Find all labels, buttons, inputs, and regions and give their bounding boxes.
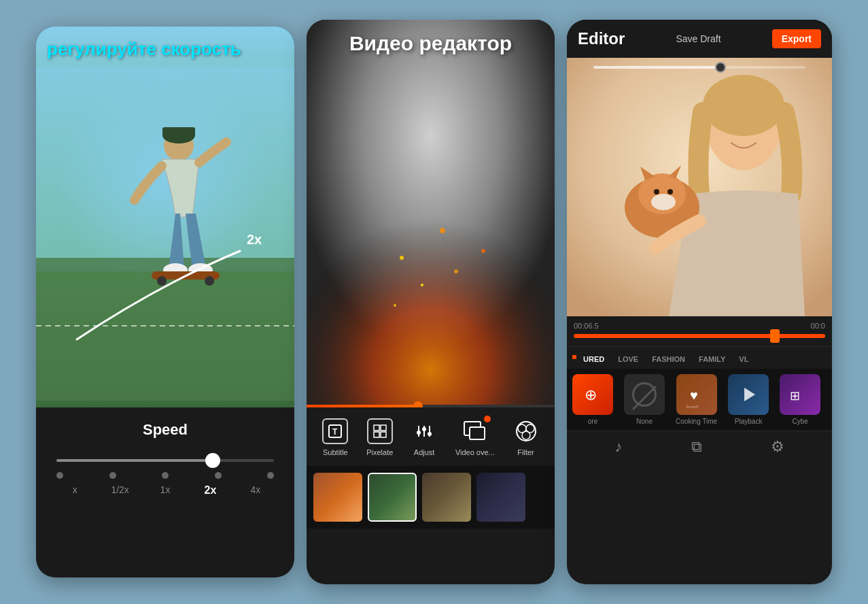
speed-dot-1 [109, 472, 116, 479]
svg-rect-26 [381, 432, 386, 437]
preview-slider-thumb[interactable] [715, 62, 726, 73]
speed-label-1x[interactable]: 1x [143, 484, 188, 497]
speed-screen-top: 2x регулируйте скорость [36, 27, 294, 407]
svg-text:2x: 2x [247, 232, 262, 247]
filter-icon [513, 418, 539, 444]
effect-playback[interactable]: Playback [723, 374, 774, 425]
export-button[interactable]: Export [772, 29, 821, 48]
filter-label: Filter [517, 448, 534, 456]
speed-dot-0 [56, 472, 63, 479]
subtitle-icon: T [322, 418, 348, 444]
category-love[interactable]: LOVE [611, 352, 645, 366]
svg-point-32 [428, 432, 432, 436]
tool-filter[interactable]: Filter [513, 418, 539, 456]
svg-point-19 [394, 304, 396, 307]
svg-point-15 [400, 256, 404, 260]
effect-cyber-img: ⊞ [780, 374, 820, 415]
speed-dot-markers [50, 472, 281, 479]
svg-point-18 [454, 269, 458, 273]
thumbnail-2-active[interactable] [368, 473, 417, 522]
video-editor-title: Видео редактор [307, 32, 555, 55]
speed-label-x[interactable]: x [52, 484, 97, 497]
girl-effect-svg [307, 20, 555, 407]
effect-cyber-label: Cybe [792, 418, 808, 425]
music-icon[interactable]: ♪ [615, 438, 623, 456]
timeline-area: 00:06.5 00:0 [567, 316, 832, 346]
effect-cooking-img: ♥load [676, 374, 717, 415]
effect-none-label: None [636, 418, 653, 425]
editor-header-title: Editor [578, 29, 625, 48]
svg-point-31 [422, 427, 426, 431]
svg-rect-23 [374, 425, 379, 431]
phone-video-editor: Видео редактор T Subtitle [307, 20, 555, 584]
category-vl[interactable]: VL [732, 352, 755, 366]
speed-label-half[interactable]: 1/2x [97, 484, 142, 497]
layers-icon[interactable]: ⧉ [691, 438, 702, 456]
speed-slider-thumb[interactable] [205, 453, 220, 468]
svg-point-47 [667, 189, 673, 195]
thumbnail-1[interactable] [313, 473, 362, 522]
tool-adjust[interactable]: Adjust [411, 418, 437, 456]
tool-pixelate[interactable]: Pixelate [366, 418, 393, 456]
effect-cooking-time[interactable]: ♥load Cooking Time [670, 374, 723, 425]
svg-rect-5 [162, 127, 195, 137]
effect-cyber[interactable]: ⊞ Cybe [774, 374, 826, 425]
speed-title-text: регулируйте скорость [36, 39, 294, 60]
effect-cooking-label: Cooking Time [676, 418, 717, 425]
adjust-icon [411, 418, 437, 444]
category-fashion[interactable]: FASHION [645, 352, 692, 366]
speed-labels-row: x 1/2x 1x 2x 4x [50, 484, 281, 497]
skater-svg: 2x [36, 67, 294, 401]
phone-speed: 2x регулируйте скорость Speed [36, 27, 294, 577]
svg-rect-24 [381, 425, 386, 431]
subtitle-label: Subtitle [323, 448, 348, 456]
speed-label-4x[interactable]: 4x [233, 484, 278, 497]
progress-thumb[interactable] [413, 401, 423, 407]
speed-slider-track[interactable] [56, 459, 274, 462]
time-start: 00:06.5 [574, 322, 599, 330]
category-featured[interactable]: URED [576, 352, 611, 366]
pixelate-label: Pixelate [366, 448, 393, 456]
save-draft-button[interactable]: Save Draft [676, 33, 721, 44]
preview-slider-fill [593, 66, 721, 69]
svg-point-41 [703, 75, 784, 136]
svg-point-20 [481, 249, 485, 253]
effect-playback-img [728, 374, 769, 415]
effect-none[interactable]: None [619, 374, 670, 425]
svg-point-30 [417, 431, 421, 435]
featured-dot-indicator [567, 352, 576, 366]
thumbnails-row [307, 466, 555, 528]
tools-bar: T Subtitle Pixelate [307, 407, 555, 466]
effect-more-label: ore [588, 418, 597, 425]
timeline-thumb[interactable] [770, 329, 780, 343]
tool-subtitle[interactable]: T Subtitle [322, 418, 348, 456]
progress-bar-fill [307, 405, 418, 407]
timeline-track[interactable] [574, 334, 825, 338]
svg-point-48 [651, 194, 676, 210]
effect-playback-label: Playback [735, 418, 763, 425]
speed-controls: Speed x 1/2x 1x 2x 4x [36, 407, 294, 517]
speed-label: Speed [50, 421, 281, 439]
speed-dot-4 [267, 472, 274, 479]
category-family[interactable]: FAMILY [692, 352, 732, 366]
speed-label-2x[interactable]: 2x [188, 484, 232, 497]
thumbnail-4[interactable] [476, 473, 525, 522]
preview-slider[interactable] [593, 66, 805, 69]
tool-video-overlay[interactable]: Video ove... [455, 418, 495, 456]
video-overlay-icon [462, 418, 488, 444]
thumbnail-3[interactable] [422, 473, 471, 522]
categories-row: URED LOVE FASHION FAMILY VL [567, 346, 832, 369]
speed-dot-2 [162, 472, 169, 479]
effect-more-img: ⊕ [572, 374, 613, 415]
video-preview-area [567, 58, 832, 316]
effect-more[interactable]: ⊕ ore [567, 374, 619, 425]
effect-none-img [624, 374, 665, 415]
svg-rect-25 [374, 432, 379, 437]
speed-slider-fill [56, 459, 213, 462]
time-end: 00:0 [811, 322, 825, 330]
phones-container: 2x регулируйте скорость Speed [16, 0, 852, 604]
woman-cat-svg [567, 58, 832, 316]
video-progress-bar[interactable] [307, 405, 555, 407]
svg-point-17 [421, 284, 423, 286]
settings-icon[interactable]: ⚙ [771, 438, 784, 456]
